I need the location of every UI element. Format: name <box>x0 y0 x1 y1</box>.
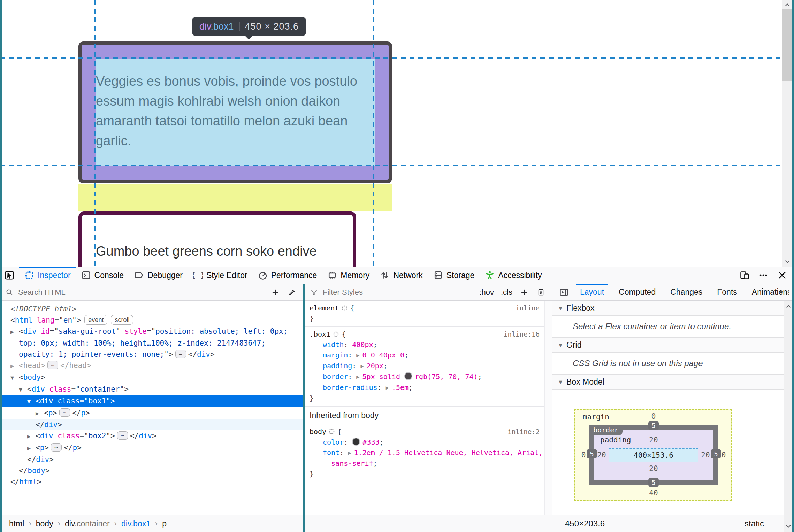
margin-bottom-value[interactable]: 40 <box>643 489 664 497</box>
border-left-value[interactable]: 5 <box>587 449 597 458</box>
twisty-open-icon[interactable]: ▼ <box>27 396 36 407</box>
tab-fonts[interactable]: Fonts <box>710 284 745 300</box>
panel-splitter[interactable] <box>303 284 305 532</box>
margin-top-value[interactable]: 0 <box>643 412 664 421</box>
print-media-simulation-button[interactable] <box>533 285 549 299</box>
markup-row[interactable]: ▶<p>⋯</p> <box>0 442 303 454</box>
toolbox-responsive-mode-button[interactable] <box>736 268 753 282</box>
scroll-down-icon[interactable] <box>784 258 791 265</box>
box-model-content-box[interactable]: 400×153.6 <box>609 448 698 462</box>
breadcrumb-item-div.box1[interactable]: div.box1 <box>121 519 151 529</box>
toolbox-tab-storage[interactable]: Storage <box>428 267 480 284</box>
padding-bottom-value[interactable]: 20 <box>643 464 664 473</box>
toolbox-tab-memory[interactable]: Memory <box>322 267 375 284</box>
scroll-up-icon[interactable] <box>785 303 792 310</box>
page-scrollbar-thumb[interactable] <box>782 9 793 81</box>
markup-row[interactable]: ▶<div class="box2">⋯</div> <box>0 430 303 442</box>
toolbox-tab-network[interactable]: Network <box>375 267 428 284</box>
color-swatch[interactable] <box>404 372 412 380</box>
css-declaration[interactable]: width: 400px; <box>305 339 544 350</box>
toolbox-tab-console[interactable]: Console <box>76 267 129 284</box>
twisty-closed-icon[interactable]: ▶ <box>36 408 44 419</box>
expand-value-icon[interactable]: ▶ <box>356 375 359 379</box>
css-declaration[interactable]: font: ▶1.2em / 1.5 Helvetica Neue, Helve… <box>305 447 544 469</box>
toolbox-tab-style-editor[interactable]: { }Style Editor <box>188 267 253 284</box>
stylesheet-source-link[interactable]: inline:16 <box>504 329 540 339</box>
expand-sidebar-button[interactable] <box>555 285 573 299</box>
border-right-value[interactable]: 5 <box>711 449 721 458</box>
tab-computed[interactable]: Computed <box>611 284 663 300</box>
rule-selector-line[interactable]: element{inline <box>305 303 544 313</box>
markup-badge-event[interactable]: event <box>84 315 107 325</box>
color-swatch[interactable] <box>352 438 360 446</box>
add-rule-button[interactable] <box>517 285 532 299</box>
markup-row[interactable]: </div> <box>0 419 303 430</box>
expand-value-icon[interactable]: ▶ <box>356 353 359 358</box>
all-tabs-caret-icon[interactable] <box>777 288 785 296</box>
add-node-button[interactable] <box>268 285 283 299</box>
twisty-closed-icon[interactable]: ▶ <box>27 443 36 454</box>
breadcrumb-item-div[interactable]: div.container <box>65 519 110 529</box>
toolbox-tab-debugger[interactable]: Debugger <box>129 267 188 284</box>
search-html-input[interactable] <box>17 287 264 297</box>
css-declaration[interactable]: margin: ▶0 0 40px 0; <box>305 350 544 361</box>
stylesheet-source-link[interactable]: inline <box>516 303 540 313</box>
box-model-section-header[interactable]: ▼Box Model <box>552 375 784 390</box>
breadcrumb-item-p[interactable]: p <box>162 519 167 529</box>
toggle-pseudo-classes-button[interactable]: :hov <box>476 285 497 299</box>
css-declaration[interactable]: border: ▶5px solid rgb(75, 70, 74); <box>305 371 544 382</box>
breadcrumb-item-body[interactable]: body <box>36 519 53 529</box>
expand-value-icon[interactable]: ▶ <box>360 364 364 369</box>
toolbox-menu-button[interactable] <box>755 268 772 282</box>
markup-row[interactable]: ▼<body> <box>0 372 303 384</box>
inline-expander-pill[interactable]: ⋯ <box>47 361 58 369</box>
grid-section-header[interactable]: ▼Grid <box>552 338 784 353</box>
tab-changes[interactable]: Changes <box>663 284 710 300</box>
expand-value-icon[interactable]: ▶ <box>348 450 351 455</box>
markup-row[interactable]: <!DOCTYPE html> <box>0 303 303 315</box>
markup-row[interactable]: ▶<p>⋯</p> <box>0 407 303 419</box>
padding-top-value[interactable]: 20 <box>643 436 664 444</box>
markup-row[interactable]: ▶<div id="saka-gui-root" style="position… <box>0 326 303 360</box>
twisty-closed-icon[interactable]: ▶ <box>10 361 19 372</box>
css-declaration[interactable]: color: #333; <box>305 437 544 447</box>
markup-badge-scroll[interactable]: scroll <box>111 315 133 325</box>
pick-element-button[interactable] <box>0 267 19 284</box>
markup-row[interactable]: </html> <box>0 476 303 487</box>
border-top-value[interactable]: 5 <box>648 421 659 430</box>
markup-row[interactable]: ▼<div class="box1"> <box>0 395 303 407</box>
rule-selector-line[interactable]: .box1{inline:16 <box>305 329 544 339</box>
css-declaration[interactable]: padding: ▶20px; <box>305 361 544 371</box>
toolbox-tab-inspector[interactable]: Inspector <box>19 267 76 284</box>
markup-row[interactable]: </div> <box>0 454 303 465</box>
breadcrumb-item-html[interactable]: html <box>9 519 24 529</box>
flexbox-section-header[interactable]: ▼Flexbox <box>552 301 784 316</box>
css-declaration[interactable]: border-radius: ▶.5em; <box>305 382 544 393</box>
inline-expander-pill[interactable]: ⋯ <box>117 431 128 440</box>
markup-row[interactable]: </body> <box>0 465 303 476</box>
toggle-classes-button[interactable]: .cls <box>498 285 515 299</box>
expand-value-icon[interactable]: ▶ <box>386 385 389 390</box>
layout-panel-scrollbar[interactable] <box>784 301 792 532</box>
inline-expander-pill[interactable]: ⋯ <box>59 408 70 417</box>
tab-layout[interactable]: Layout <box>573 284 611 300</box>
twisty-open-icon[interactable]: ▼ <box>19 384 27 395</box>
stylesheet-source-link[interactable]: inline:2 <box>507 426 540 437</box>
rules-scrollbar[interactable] <box>544 301 552 515</box>
twisty-open-icon[interactable]: ▼ <box>10 372 19 384</box>
filter-styles-input[interactable] <box>322 287 473 297</box>
inline-expander-pill[interactable]: ⋯ <box>51 443 62 452</box>
eyedropper-button[interactable] <box>284 285 300 299</box>
toolbox-tab-performance[interactable]: Performance <box>253 267 322 284</box>
page-scrollbar[interactable] <box>782 0 793 267</box>
scroll-down-icon[interactable] <box>785 523 792 530</box>
scroll-up-icon[interactable] <box>784 1 791 8</box>
toolbox-tab-accessibility[interactable]: Accessibility <box>480 267 547 284</box>
inline-expander-pill[interactable]: ⋯ <box>175 350 186 358</box>
twisty-closed-icon[interactable]: ▶ <box>10 326 19 338</box>
markup-row[interactable]: ▼<div class="container"> <box>0 384 303 395</box>
border-bottom-value[interactable]: 5 <box>648 478 659 487</box>
markup-row[interactable]: ▶<head>⋯</head> <box>0 360 303 372</box>
markup-row[interactable]: <html lang="en">eventscroll <box>0 315 303 326</box>
twisty-closed-icon[interactable]: ▶ <box>27 431 36 442</box>
